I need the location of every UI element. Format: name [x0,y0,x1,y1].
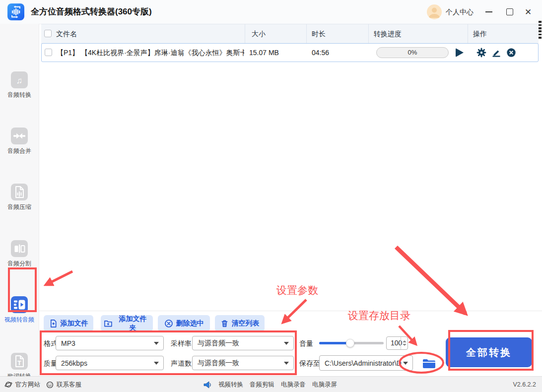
add-file-icon [49,319,58,328]
quality-value: 256kbps [61,359,87,367]
sidebar-item-video-to-audio[interactable]: 视频转音频 [0,296,39,324]
avatar[interactable] [427,4,442,19]
save-path-dropdown[interactable]: C:\Users\Administrator\Desktop [319,355,413,371]
chevron-down-icon [154,362,159,365]
titlebar: 全方位音频格式转换器(360专版) 个人中心 ✕ [0,0,542,24]
sample-rate-label: 采样率 [171,339,192,348]
user-center-link[interactable]: 个人中心 [446,0,474,24]
volume-slider[interactable] [319,342,384,344]
col-size: 大小 [252,24,266,43]
sidebar-item-label: 音频分割 [0,260,39,268]
gear-icon [476,48,486,58]
folder-icon [422,358,436,369]
button-label: 添加文件 [61,319,88,328]
quality-dropdown[interactable]: 256kbps [56,356,164,370]
table-row[interactable]: 【P1】 【4K杜比视界·全景声】席琳·迪翁《我心永恒》奥斯卡金曲！ ... 1… [41,43,539,62]
add-folder-button[interactable]: 添加文件夹 [101,315,153,331]
chevron-down-icon [284,362,289,365]
add-file-button[interactable]: 添加文件 [44,315,93,331]
edit-button[interactable] [491,48,501,58]
progress-text: 0% [377,48,448,58]
sidebar-item-audio-convert[interactable]: ♫ 音频转换 [0,71,39,99]
settings-button[interactable] [476,48,486,58]
sidebar-item-audio-compress[interactable]: 音频压缩 [0,184,39,211]
sample-rate-value: 与源音频一致 [198,339,239,348]
footer-link-pc-record-audio[interactable]: 电脑录音 [281,381,306,389]
globe-icon [4,381,12,389]
volume-slider-thumb[interactable] [346,339,354,347]
annotation-set-params: 设置参数 [276,283,318,297]
col-actions: 操作 [473,24,487,43]
minimize-button[interactable] [481,4,496,19]
delete-selected-button[interactable]: 删除选中 [158,315,210,331]
megaphone-icon [203,381,212,389]
select-all-checkbox[interactable] [44,30,52,37]
progress-bar: 0% [376,47,449,58]
save-path-value: C:\Users\Administrator\Desktop [325,359,402,367]
column-divider [368,24,369,43]
volume-slider-fill [319,342,350,344]
split-bars-icon [11,240,28,257]
button-label: 删除选中 [176,319,204,328]
app-title: 全方位音频格式转换器(360专版) [31,0,152,24]
volume-label: 音量 [299,339,313,348]
contact-support-link[interactable]: 联系客服 [57,381,81,389]
sidebar-item-label: 音频压缩 [0,203,39,211]
save-to-label: 保存至 [299,359,320,368]
play-button[interactable] [455,48,465,58]
version-text: V2.6.2.2 [513,377,536,392]
statusbar: 官方网站 联系客服 视频转换 音频剪辑 电脑录音 电脑录屏 V2.6.2.2 [0,376,542,392]
browse-folder-button[interactable] [422,358,436,369]
play-icon [456,48,464,57]
sidebar: ♫ 音频转换 音频合并 音频压缩 音频分 [0,24,39,376]
col-duration: 时长 [312,24,326,43]
channels-label: 声道数 [171,359,192,368]
video-to-audio-icon [11,296,28,313]
panel-divider [39,311,542,311]
svg-text:T: T [17,359,21,367]
sidebar-item-label: 视频转音频 [0,316,39,324]
col-filename: 文件名 [56,24,77,43]
footer-link-audio-edit[interactable]: 音频剪辑 [250,381,274,389]
scrollbar-artifact[interactable] [539,21,542,40]
channels-dropdown[interactable]: 与源音频一致 [192,356,294,370]
minimize-icon [485,11,492,12]
volume-stepper[interactable] [401,337,407,349]
volume-input[interactable]: 100 [386,336,408,350]
close-circle-icon [506,48,516,58]
sidebar-item-audio-split[interactable]: 音频分割 [0,240,39,268]
clear-list-icon [220,319,229,328]
button-label: 清空列表 [232,319,260,328]
file-size: 15.07 MB [249,44,279,62]
clear-list-button[interactable]: 清空列表 [215,315,265,331]
close-icon: ✕ [525,7,532,17]
maximize-button[interactable] [502,4,517,19]
file-duration: 04:56 [312,44,329,62]
column-divider [306,24,307,43]
svg-text:♫: ♫ [16,76,23,85]
footer-link-video-convert[interactable]: 视频转换 [218,381,243,389]
footer-link-pc-record-screen[interactable]: 电脑录屏 [312,381,337,389]
official-site-link[interactable]: 官方网站 [15,381,40,389]
music-note-icon: ♫ [11,71,28,88]
add-folder-icon [104,319,113,328]
file-name: 【P1】 【4K杜比视界·全景声】席琳·迪翁《我心永恒》奥斯卡金曲！ ... [57,44,244,62]
row-checkbox[interactable] [45,49,52,56]
table-header: 文件名 大小 时长 转换进度 操作 [41,24,539,44]
sidebar-item-audio-merge[interactable]: 音频合并 [0,128,39,155]
chevron-down-icon [284,342,289,345]
app-logo-icon [7,3,24,20]
compress-file-icon [11,184,28,200]
remove-button[interactable] [506,48,516,58]
format-dropdown[interactable]: MP3 [56,336,164,350]
column-divider [245,24,245,43]
chevron-down-icon [154,342,159,345]
close-button[interactable]: ✕ [521,4,536,19]
sample-rate-dropdown[interactable]: 与源音频一致 [192,336,294,350]
sidebar-item-label: 音频合并 [0,147,39,155]
convert-all-button[interactable]: 全部转换 [446,337,532,367]
channels-value: 与源音频一致 [198,359,239,368]
chevron-down-icon [403,362,408,365]
column-divider [468,24,468,43]
col-progress: 转换进度 [374,24,402,43]
